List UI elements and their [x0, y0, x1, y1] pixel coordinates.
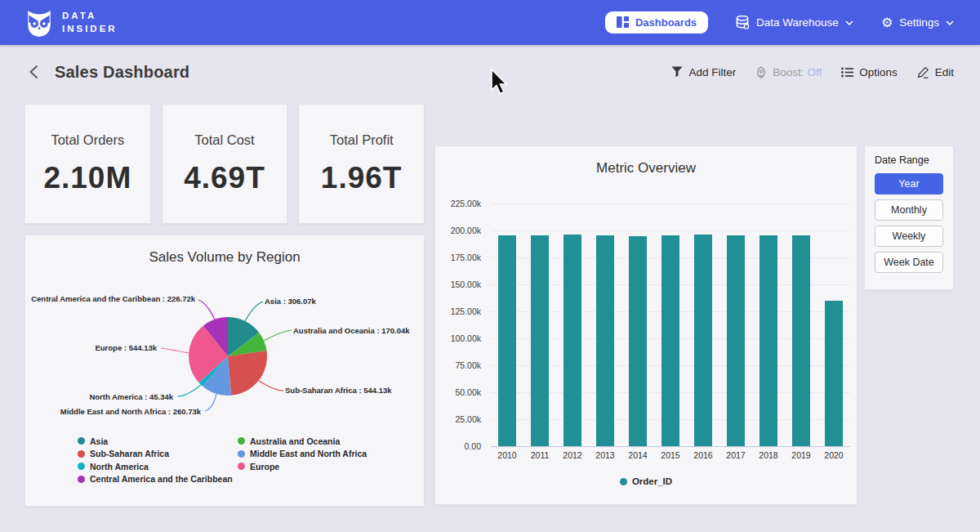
back-button[interactable]	[26, 61, 42, 83]
legend-dot-icon	[238, 463, 245, 470]
legend-item-australia-and-oceania[interactable]: Australia and Oceania	[238, 435, 367, 448]
nav-data-warehouse[interactable]: Data Warehouse	[736, 16, 853, 29]
pie-legend-column: Australia and OceaniaMiddle East and Nor…	[238, 435, 367, 485]
legend-item-order-id[interactable]: Order_ID	[620, 476, 672, 486]
legend-item-central-america-and-the-caribbean[interactable]: Central America and the Caribbean	[78, 473, 225, 486]
pie-leader-line	[264, 330, 292, 341]
date-range-button-weekly[interactable]: Weekly	[875, 226, 943, 247]
bar-2011[interactable]	[531, 235, 549, 446]
bar-2018[interactable]	[760, 235, 777, 446]
date-range-panel: Date Range YearMonthlyWeeklyWeek Date	[864, 145, 954, 290]
chevron-down-icon	[845, 20, 853, 25]
pie-chart-panel: Sales Volume by Region Asia : 306.07kAus…	[24, 235, 425, 507]
pie-callout-north-america: North America : 45.34k	[89, 392, 173, 401]
legend-dot-icon	[238, 437, 245, 445]
legend-item-asia[interactable]: Asia	[78, 435, 225, 448]
legend-dot-icon	[238, 450, 245, 458]
legend-dot-icon	[78, 463, 85, 470]
pie-callout-central-america-and-the-caribbean: Central America and the Caribbean : 226.…	[31, 294, 195, 303]
kpi-row: Total Orders2.10MTotal Cost4.69TTotal Pr…	[24, 104, 425, 224]
header-actions: Add Filter Boost: Off Options	[671, 66, 954, 78]
pie-callout-middle-east-and-north-africa: Middle East and North Africa : 260.73k	[60, 407, 201, 416]
legend-label: Middle East and North Africa	[250, 449, 367, 458]
pie-slice-sub-saharan-africa[interactable]	[228, 351, 267, 396]
nav-data-warehouse-label: Data Warehouse	[756, 16, 839, 29]
x-axis-tick: 2010	[491, 450, 523, 460]
legend-label: Europe	[250, 462, 279, 472]
bar-2020[interactable]	[825, 301, 843, 446]
chevron-left-icon	[29, 65, 38, 79]
boost-state: Off	[807, 66, 822, 78]
edit-label: Edit	[935, 66, 954, 78]
bar-2019[interactable]	[792, 235, 810, 446]
pie-leader-line	[259, 381, 283, 391]
nav-settings-label: Settings	[899, 16, 939, 29]
pie-callout-europe: Europe : 544.13k	[95, 343, 157, 352]
pie-leader-line	[198, 300, 215, 320]
bar-2017[interactable]	[727, 235, 745, 446]
legend-item-middle-east-and-north-africa[interactable]: Middle East and North Africa	[238, 448, 367, 461]
bar-chart-panel: Metric Overview 0.0025.00k50.00k75.00k10…	[434, 145, 858, 505]
brand-text: DATA INSIDER	[62, 10, 118, 35]
nav-dashboards-button[interactable]: Dashboards	[605, 11, 708, 34]
kpi-label: Total Profit	[330, 132, 394, 148]
y-axis-tick: 100.00k	[435, 333, 481, 343]
legend-item-north-america[interactable]: North America	[78, 460, 225, 473]
date-range-button-year[interactable]: Year	[875, 173, 943, 194]
bar-2013[interactable]	[596, 235, 614, 446]
legend-label: Order_ID	[632, 476, 672, 486]
boost-rocket-icon	[755, 66, 767, 78]
legend-item-europe[interactable]: Europe	[238, 460, 367, 473]
edit-pencil-icon	[917, 66, 929, 78]
options-button[interactable]: Options	[841, 66, 898, 78]
gridline	[491, 446, 850, 447]
brand-line2: INSIDER	[62, 23, 118, 36]
legend-label: Asia	[90, 436, 108, 446]
legend-label: Central America and the Caribbean	[90, 474, 233, 484]
bar-2014[interactable]	[629, 236, 647, 446]
x-axis-tick: 2015	[654, 450, 687, 460]
legend-label: Australia and Oceania	[250, 436, 340, 446]
x-axis-tick: 2012	[556, 450, 589, 460]
bar-2015[interactable]	[662, 235, 679, 446]
nav-settings[interactable]: ⚙ Settings	[881, 16, 954, 29]
brand-line1: DATA	[62, 10, 118, 23]
list-options-icon	[841, 67, 853, 78]
bar-2016[interactable]	[694, 235, 712, 446]
date-range-button-monthly[interactable]: Monthly	[875, 199, 943, 221]
x-axis-tick: 2020	[817, 450, 850, 460]
x-axis-tick: 2013	[589, 450, 621, 460]
x-axis-tick: 2016	[687, 450, 719, 460]
pie-legend-column: AsiaSub-Saharan AfricaNorth AmericaCentr…	[78, 435, 225, 485]
y-axis-tick: 150.00k	[435, 279, 481, 289]
kpi-label: Total Cost	[194, 132, 254, 148]
gear-icon: ⚙	[881, 16, 893, 29]
x-axis-tick: 2017	[719, 450, 752, 460]
kpi-value: 4.69T	[184, 161, 265, 195]
y-axis-tick: 25.00k	[435, 414, 481, 424]
x-axis-tick: 2014	[621, 450, 654, 460]
bar-chart-legend: Order_ID	[435, 476, 857, 486]
edit-button[interactable]: Edit	[917, 66, 954, 78]
boost-toggle[interactable]: Boost: Off	[755, 66, 822, 78]
database-icon	[736, 16, 750, 29]
bar-2010[interactable]	[498, 235, 516, 446]
date-range-button-week-date[interactable]: Week Date	[875, 252, 943, 273]
pie-leader-line	[177, 385, 201, 396]
legend-item-sub-saharan-africa[interactable]: Sub-Saharan Africa	[78, 448, 225, 461]
gridline	[491, 203, 850, 204]
legend-label: Sub-Saharan Africa	[90, 449, 169, 458]
pie-legend: AsiaSub-Saharan AfricaNorth AmericaCentr…	[78, 435, 367, 485]
nav-dashboards-label: Dashboards	[635, 16, 697, 29]
pie-leader-line	[245, 302, 263, 321]
boost-label: Boost:	[773, 66, 804, 78]
options-label: Options	[859, 66, 898, 78]
filter-funnel-icon	[671, 66, 683, 78]
date-range-buttons: YearMonthlyWeeklyWeek Date	[875, 173, 943, 273]
kpi-card-total-profit: Total Profit1.96T	[298, 104, 425, 224]
bar-2012[interactable]	[564, 235, 581, 446]
legend-dot-icon	[78, 450, 85, 458]
add-filter-button[interactable]: Add Filter	[671, 66, 736, 78]
pie-leader-line	[161, 348, 189, 353]
date-range-label: Date Range	[875, 154, 943, 166]
